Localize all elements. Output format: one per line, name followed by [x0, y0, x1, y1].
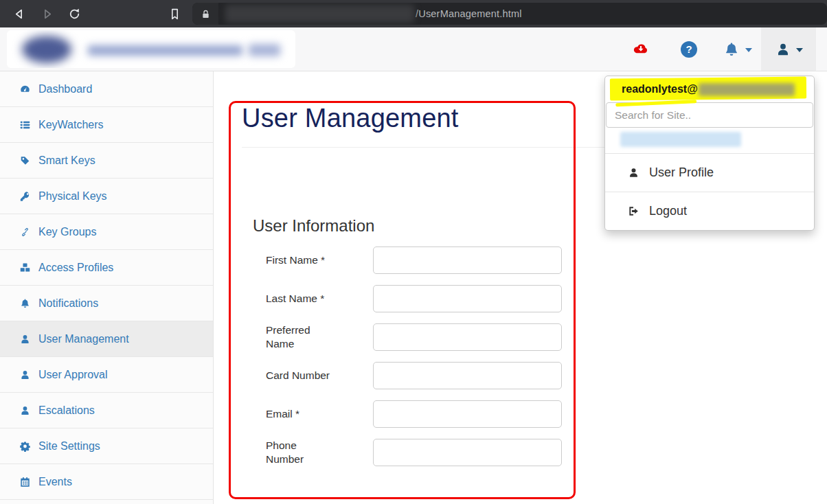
sidebar-item-label: Smart Keys: [38, 154, 95, 167]
header-actions: ?: [617, 27, 827, 71]
redacted-site-item[interactable]: [620, 132, 741, 147]
list-icon: [17, 119, 32, 130]
browser-back-button[interactable]: [11, 5, 27, 22]
phone-number-label: Phone Number: [266, 439, 337, 466]
sidebar-item-smart-keys[interactable]: Smart Keys: [0, 143, 213, 179]
browser-reload-button[interactable]: [66, 5, 82, 22]
sidebar-item-keywatchers[interactable]: KeyWatchers: [0, 107, 213, 143]
redacted-logo-text: [88, 45, 242, 56]
site-security-button[interactable]: [192, 3, 218, 25]
sidebar-item-label: User Management: [38, 333, 129, 345]
help-icon: ?: [681, 41, 697, 58]
username-text: readonlytest@: [622, 83, 698, 95]
forward-icon: [41, 8, 54, 21]
form-row: Last Name *: [266, 285, 813, 312]
menu-item-user-profile[interactable]: User Profile: [605, 154, 814, 192]
sidebar-item-events[interactable]: Events: [0, 464, 213, 500]
bell-icon: [723, 41, 740, 58]
sidebar-item-physical-keys[interactable]: Physical Keys: [0, 179, 213, 214]
card-number-label: Card Number: [266, 369, 337, 382]
bookmark-button[interactable]: [166, 5, 183, 22]
user-menu-button[interactable]: [761, 27, 816, 71]
sidebar-item-user-approval[interactable]: User Approval: [0, 357, 213, 393]
browser-toolbar: /UserManagement.html: [0, 0, 827, 27]
sidebar-item-label: Notifications: [38, 297, 98, 310]
sidebar-item-label: Physical Keys: [38, 190, 107, 203]
browser-forward-button[interactable]: [38, 5, 55, 22]
user-icon: [17, 334, 32, 345]
lock-icon: [201, 9, 211, 19]
menu-item-label: User Profile: [649, 165, 714, 180]
card-number-input[interactable]: [373, 362, 562, 389]
download-button[interactable]: [617, 27, 665, 71]
sidebar-item-notifications[interactable]: Notifications: [0, 286, 213, 321]
redacted-username-domain: [699, 83, 795, 96]
user-icon: [775, 42, 791, 57]
sidebar-item-label: Events: [38, 476, 72, 488]
sidebar-item-access-profiles[interactable]: Access Profiles: [0, 250, 213, 286]
user-information-form: First Name * Last Name * Preferred Name …: [266, 247, 813, 467]
redacted-logo-mark: [22, 36, 71, 63]
form-row: Phone Number: [266, 439, 813, 466]
menu-item-logout[interactable]: Logout: [605, 192, 814, 230]
sidebar-item-user-management[interactable]: User Management: [0, 321, 213, 357]
app-header: ?: [0, 27, 827, 71]
key-icon: [17, 191, 32, 202]
gear-icon: [17, 441, 32, 452]
application-window: /UserManagement.html ?: [0, 0, 827, 504]
tag-icon: [17, 155, 32, 166]
chevron-down-icon: [745, 48, 752, 52]
calendar-icon: [17, 477, 32, 488]
first-name-input[interactable]: [373, 247, 562, 274]
form-row: Email *: [266, 400, 813, 428]
app-logo: [7, 30, 295, 68]
sidebar-item-dashboard[interactable]: Dashboard: [0, 71, 213, 107]
user-icon: [17, 369, 32, 380]
notifications-dropdown-button[interactable]: [713, 27, 761, 71]
search-input[interactable]: [606, 102, 813, 128]
preferred-name-input[interactable]: [373, 323, 562, 351]
logout-icon: [626, 205, 640, 217]
reload-icon: [68, 8, 81, 21]
url-text: /UserManagement.html: [416, 8, 522, 19]
sidebar-item-label: Site Settings: [38, 440, 100, 453]
form-row: First Name *: [266, 247, 813, 274]
first-name-label: First Name *: [266, 253, 337, 267]
dashboard-icon: [17, 84, 32, 95]
email-label: Email *: [266, 407, 337, 421]
last-name-input[interactable]: [373, 285, 562, 312]
sidebar-item-label: Access Profiles: [38, 262, 113, 274]
bell-icon: [17, 298, 32, 309]
help-button[interactable]: ?: [665, 27, 713, 71]
preferred-name-label: Preferred Name: [266, 323, 337, 351]
back-icon: [13, 8, 26, 21]
address-bar[interactable]: /UserManagement.html: [192, 3, 827, 25]
sidebar-item-site-settings[interactable]: Site Settings: [0, 428, 213, 464]
form-row: Preferred Name: [266, 323, 813, 351]
bookmark-icon: [168, 8, 181, 21]
user-icon: [17, 405, 32, 416]
sidebar-item-label: Key Groups: [38, 226, 96, 238]
last-name-label: Last Name *: [266, 292, 337, 306]
logged-in-username: readonlytest@: [605, 76, 814, 102]
email-field[interactable]: [373, 400, 562, 428]
sidebar-item-label: Dashboard: [38, 83, 92, 95]
sidebar-item-key-groups[interactable]: Key Groups: [0, 214, 213, 250]
redacted-logo-text-2: [249, 44, 280, 56]
sidebar-item-label: User Approval: [38, 369, 108, 381]
form-row: Card Number: [266, 362, 813, 389]
user-dropdown-menu: readonlytest@ User Profile Logout: [604, 76, 815, 231]
phone-number-input[interactable]: [373, 439, 562, 466]
cloud-download-icon: [632, 41, 650, 58]
chain-icon: [17, 227, 32, 238]
chevron-down-icon: [796, 48, 803, 52]
sidebar-nav: Dashboard KeyWatchers Smart Keys Physica…: [0, 71, 214, 504]
sidebar-item-escalations[interactable]: Escalations: [0, 393, 213, 428]
cubes-icon: [17, 262, 32, 273]
redacted-url-segment: [225, 5, 414, 23]
sidebar-item-label: Escalations: [38, 404, 95, 417]
sidebar-item-label: KeyWatchers: [38, 119, 104, 131]
user-icon: [626, 167, 640, 179]
menu-item-label: Logout: [649, 204, 687, 218]
